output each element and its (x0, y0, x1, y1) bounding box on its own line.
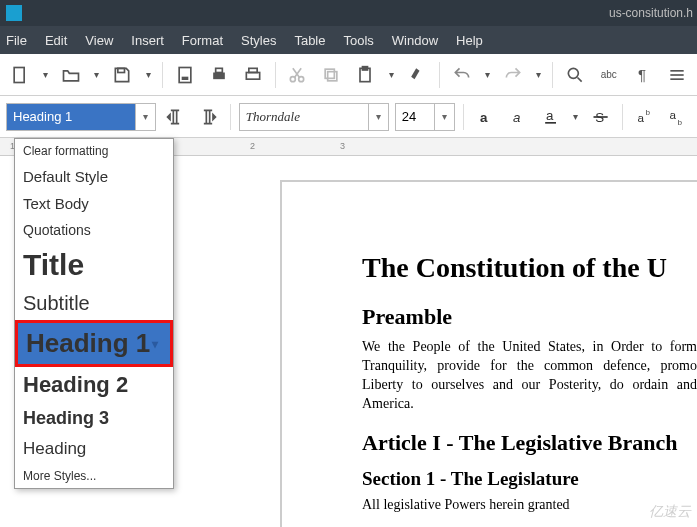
menu-window[interactable]: Window (392, 33, 438, 48)
menu-tools[interactable]: Tools (343, 33, 373, 48)
svg-text:a: a (480, 110, 488, 125)
font-size-combo[interactable]: 24 (395, 103, 435, 131)
update-style-button[interactable] (162, 102, 189, 132)
new-doc-dropdown[interactable]: ▾ (40, 69, 51, 80)
menu-table[interactable]: Table (294, 33, 325, 48)
style-item-default[interactable]: Default Style (15, 163, 173, 190)
menu-insert[interactable]: Insert (131, 33, 164, 48)
save-dropdown[interactable]: ▾ (142, 69, 153, 80)
svg-text:abc: abc (601, 69, 617, 80)
paragraph-style-dropdown-list: Clear formatting Default Style Text Body… (14, 138, 174, 489)
export-pdf-button[interactable] (171, 60, 199, 90)
svg-rect-11 (326, 69, 335, 78)
print-preview-button[interactable] (239, 60, 267, 90)
open-dropdown[interactable]: ▾ (91, 69, 102, 80)
separator (230, 104, 231, 130)
doc-h3-section1[interactable]: Section 1 - The Legislature (362, 468, 697, 490)
font-size-dropdown-button[interactable]: ▾ (435, 103, 455, 131)
svg-rect-4 (213, 72, 225, 79)
redo-dropdown[interactable]: ▾ (533, 69, 544, 80)
paragraph-style-combo[interactable]: Heading 1 (6, 103, 136, 131)
doc-title-heading[interactable]: The Constitution of the U (362, 252, 697, 284)
menu-styles[interactable]: Styles (241, 33, 276, 48)
svg-text:a: a (546, 108, 554, 123)
undo-dropdown[interactable]: ▾ (482, 69, 493, 80)
style-item-text-body[interactable]: Text Body (15, 190, 173, 217)
undo-button[interactable] (448, 60, 476, 90)
open-button[interactable] (57, 60, 85, 90)
svg-text:b: b (645, 108, 649, 117)
toolbar-formatting: Heading 1 ▾ Thorndale ▾ 24 ▾ a a a ▾ S a… (0, 96, 697, 138)
italic-button[interactable]: a (505, 102, 532, 132)
separator (439, 62, 440, 88)
style-item-subtitle[interactable]: Subtitle (15, 287, 173, 320)
svg-text:b: b (678, 117, 682, 126)
app-icon (6, 5, 22, 21)
print-button[interactable] (205, 60, 233, 90)
font-name-combo[interactable]: Thorndale (239, 103, 369, 131)
font-name-dropdown-button[interactable]: ▾ (369, 103, 389, 131)
menu-help[interactable]: Help (456, 33, 483, 48)
svg-text:a: a (670, 107, 677, 120)
toolbar-standard: ▾ ▾ ▾ ▾ ▾ ▾ abc ¶ (0, 54, 697, 96)
doc-h2-article1[interactable]: Article I - The Legislative Branch (362, 430, 697, 456)
style-item-heading3[interactable]: Heading 3 (15, 403, 173, 434)
watermark: 亿速云 (649, 503, 691, 521)
style-item-heading1-label: Heading 1 (26, 328, 150, 359)
separator (162, 62, 163, 88)
style-item-more-styles[interactable]: More Styles... (15, 464, 173, 488)
svg-rect-13 (363, 66, 368, 69)
menu-format[interactable]: Format (182, 33, 223, 48)
menu-edit[interactable]: Edit (45, 33, 67, 48)
style-item-heading2[interactable]: Heading 2 (15, 367, 173, 403)
underline-dropdown[interactable]: ▾ (570, 111, 581, 122)
menu-view[interactable]: View (85, 33, 113, 48)
copy-button[interactable] (317, 60, 345, 90)
ruler-mark: 2 (250, 141, 255, 151)
new-style-button[interactable] (195, 102, 222, 132)
chevron-down-icon[interactable]: ▾ (152, 337, 158, 351)
separator (622, 104, 623, 130)
separator (275, 62, 276, 88)
titlebar: us-consitution.h (0, 0, 697, 26)
subscript-button[interactable]: ab (664, 102, 691, 132)
find-replace-button[interactable] (561, 60, 589, 90)
svg-rect-7 (248, 68, 256, 72)
style-item-clear-formatting[interactable]: Clear formatting (15, 139, 173, 163)
bold-button[interactable]: a (472, 102, 499, 132)
document-page[interactable]: The Constitution of the U Preamble We th… (280, 180, 697, 527)
save-button[interactable] (108, 60, 136, 90)
clone-formatting-button[interactable] (403, 60, 431, 90)
ruler-mark: 3 (340, 141, 345, 151)
paste-dropdown[interactable]: ▾ (385, 69, 396, 80)
redo-button[interactable] (499, 60, 527, 90)
formatting-marks-button[interactable]: ¶ (629, 60, 657, 90)
menubar: File Edit View Insert Format Styles Tabl… (0, 26, 697, 54)
svg-text:a: a (513, 110, 520, 125)
more-button[interactable] (663, 60, 691, 90)
style-item-title[interactable]: Title (15, 243, 173, 287)
doc-h2-preamble[interactable]: Preamble (362, 304, 697, 330)
paragraph-style-dropdown-button[interactable]: ▾ (136, 103, 156, 131)
document-title: us-consitution.h (609, 6, 697, 20)
svg-rect-0 (14, 67, 24, 82)
svg-text:a: a (637, 111, 644, 124)
svg-point-14 (568, 68, 578, 78)
svg-rect-6 (246, 72, 259, 79)
cut-button[interactable] (283, 60, 311, 90)
paste-button[interactable] (351, 60, 379, 90)
new-doc-button[interactable] (6, 60, 34, 90)
doc-section1-body[interactable]: All legislative Powers herein granted (362, 496, 697, 515)
svg-rect-1 (118, 68, 125, 72)
style-item-heading[interactable]: Heading (15, 434, 173, 464)
menu-file[interactable]: File (6, 33, 27, 48)
spellcheck-button[interactable]: abc (595, 60, 623, 90)
separator (463, 104, 464, 130)
svg-rect-5 (215, 68, 222, 72)
style-item-heading1[interactable]: Heading 1 ▾ (15, 320, 173, 367)
style-item-quotations[interactable]: Quotations (15, 217, 173, 243)
underline-button[interactable]: a (538, 102, 565, 132)
strikethrough-button[interactable]: S (587, 102, 614, 132)
doc-preamble-body[interactable]: We the People of the United States, in O… (362, 338, 697, 414)
superscript-button[interactable]: ab (631, 102, 658, 132)
